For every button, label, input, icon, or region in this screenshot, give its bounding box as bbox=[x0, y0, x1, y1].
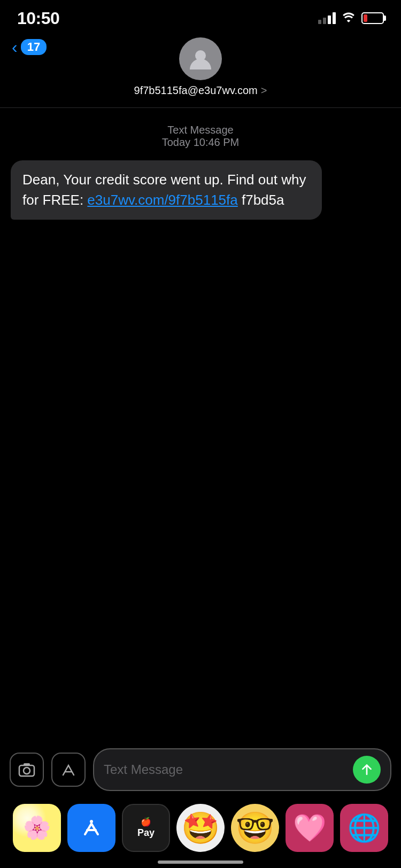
contact-email-text: 9f7b5115fa@e3u7wv.com bbox=[134, 84, 258, 97]
status-icons bbox=[318, 11, 384, 25]
status-time: 10:50 bbox=[17, 9, 59, 28]
dock-item-memoji1[interactable]: 🤩 bbox=[176, 804, 225, 852]
dock-item-memoji2[interactable]: 🤓 bbox=[231, 804, 279, 852]
svg-rect-3 bbox=[24, 763, 30, 766]
app-icon bbox=[59, 760, 78, 779]
nav-header: ‹ 17 9f7b5115fa@e3u7wv.com > bbox=[0, 32, 401, 107]
signal-icon bbox=[318, 12, 336, 24]
dock: 🌸 🍎 Pay 🤩 🤓 🩷 🌐 bbox=[0, 799, 401, 857]
dock-item-shortcut[interactable]: 🩷 bbox=[286, 804, 334, 852]
contact-name[interactable]: 9f7b5115fa@e3u7wv.com > bbox=[134, 84, 267, 97]
dock-item-applepay[interactable]: 🍎 Pay bbox=[122, 804, 170, 852]
message-link[interactable]: e3u7wv.com/9f7b5115fa bbox=[87, 192, 237, 208]
back-button[interactable]: ‹ 17 bbox=[12, 38, 47, 56]
home-indicator bbox=[158, 861, 243, 864]
wifi-icon bbox=[341, 11, 356, 25]
svg-point-2 bbox=[24, 768, 30, 774]
message-input-wrap[interactable]: Text Message bbox=[93, 748, 391, 791]
dock-item-photos[interactable]: 🌸 bbox=[13, 804, 61, 852]
back-badge: 17 bbox=[21, 39, 47, 55]
svg-point-4 bbox=[90, 820, 93, 823]
message-header: Text Message Today 10:46 PM bbox=[11, 124, 390, 149]
message-text-part2: f7bd5a bbox=[238, 192, 284, 208]
message-time: Today 10:46 PM bbox=[11, 136, 390, 149]
appstore-icon bbox=[78, 814, 105, 842]
camera-button[interactable] bbox=[10, 753, 44, 787]
message-input-placeholder[interactable]: Text Message bbox=[104, 762, 346, 777]
message-area: Text Message Today 10:46 PM Dean, Your c… bbox=[0, 108, 401, 230]
message-bubble: Dean, Your credit score went up. Find ou… bbox=[11, 160, 322, 220]
battery-icon bbox=[361, 12, 384, 24]
camera-icon bbox=[18, 762, 35, 777]
app-store-button[interactable] bbox=[51, 753, 86, 787]
dock-item-web[interactable]: 🌐 bbox=[340, 804, 388, 852]
input-bar: Text Message bbox=[0, 741, 401, 799]
dock-item-appstore[interactable] bbox=[67, 804, 115, 852]
avatar bbox=[179, 37, 222, 80]
status-bar: 10:50 bbox=[0, 0, 401, 32]
message-type-label: Text Message bbox=[11, 124, 390, 136]
contact-chevron-icon: > bbox=[261, 84, 267, 97]
back-chevron-icon: ‹ bbox=[12, 38, 18, 56]
person-icon bbox=[188, 46, 213, 72]
send-button[interactable] bbox=[353, 756, 381, 784]
send-icon bbox=[360, 763, 374, 777]
applepay-label: Pay bbox=[137, 827, 155, 839]
